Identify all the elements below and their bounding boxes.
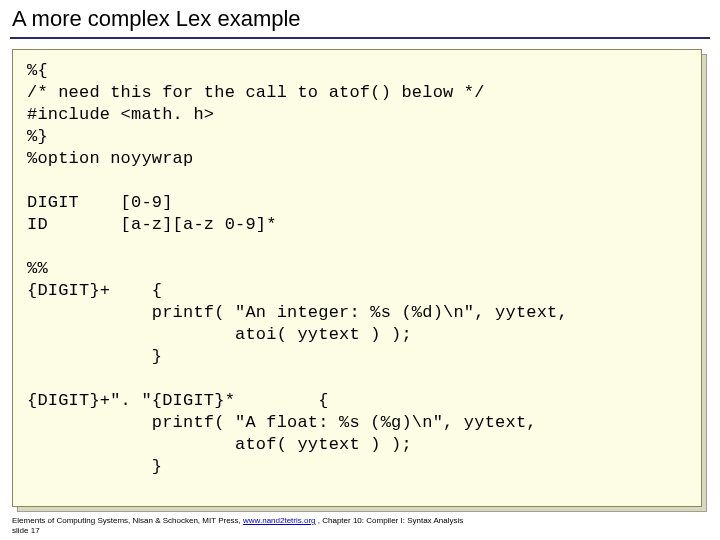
slide-title: A more complex Lex example xyxy=(12,6,301,32)
footer-link: www.nand2tetris.org xyxy=(243,516,315,525)
footer-slide-number: slide 17 xyxy=(12,526,40,535)
footer-post: , Chapter 10: Compiler I: Syntax Analysi… xyxy=(316,516,464,525)
footer: Elements of Computing Systems, Nisan & S… xyxy=(12,516,463,536)
codebox: %{ /* need this for the call to atof() b… xyxy=(12,49,702,507)
title-underline xyxy=(10,37,710,39)
footer-pre: Elements of Computing Systems, Nisan & S… xyxy=(12,516,243,525)
lex-source-code: %{ /* need this for the call to atof() b… xyxy=(27,60,687,478)
slide: A more complex Lex example %{ /* need th… xyxy=(0,0,720,540)
